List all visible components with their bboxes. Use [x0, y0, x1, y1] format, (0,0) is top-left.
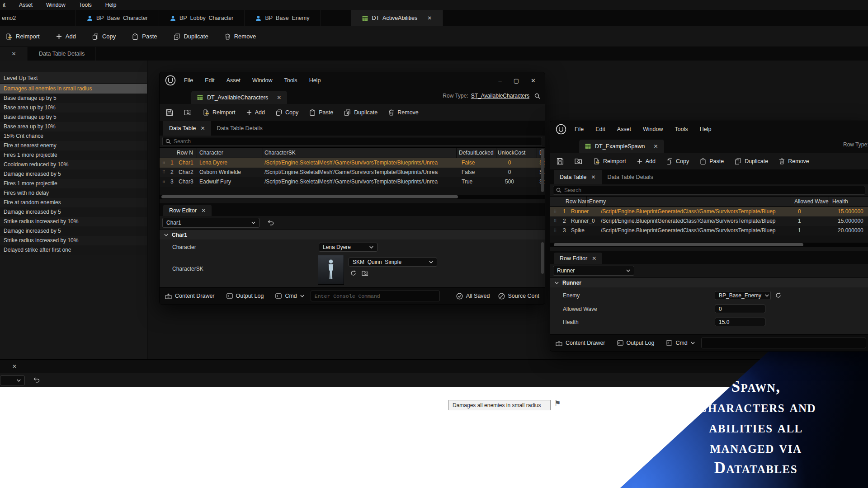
tab-bp-base-character[interactable]: BP_Base_Character [76, 10, 159, 26]
tab-data-table[interactable]: Data Table ✕ [163, 121, 211, 136]
reimport-button[interactable]: Reimport [593, 158, 626, 164]
minimize-icon[interactable]: – [499, 77, 502, 84]
tab-bp-lobby-character[interactable]: BP_Lobby_Character [159, 10, 245, 26]
content-drawer-button[interactable]: Content Drawer [556, 340, 605, 346]
table-row[interactable]: ⠿ 1 Char1 Lena Dyere /Script/Engine.Skel… [160, 158, 545, 168]
column-unlockcost[interactable]: UnlockCost [498, 150, 525, 156]
vertical-scrollbar[interactable] [541, 149, 544, 192]
flag-icon[interactable]: ⚑ [554, 399, 561, 408]
menu-item-file[interactable]: File [184, 77, 193, 84]
column-charactersk[interactable]: CharacterSK [264, 150, 296, 156]
tab-data-table-details[interactable]: Data Table Details [28, 47, 96, 61]
scrollbar-thumb[interactable] [161, 195, 458, 198]
list-item[interactable]: Fire at nearest enemy [0, 141, 147, 150]
column-header-level-up-text[interactable]: Level Up Text [0, 72, 147, 84]
console-command-input[interactable] [705, 340, 862, 346]
list-item[interactable]: Strike radius increased by 10% [0, 217, 147, 226]
tab-data-table[interactable]: Data Table ✕ [554, 170, 602, 184]
drag-handle-icon[interactable]: ⠿ [554, 228, 557, 233]
list-item[interactable]: 15% Crit chance [0, 131, 147, 141]
use-selected-asset-icon[interactable] [350, 270, 356, 276]
search-input[interactable] [564, 187, 862, 193]
list-item[interactable]: Damage increased by 5 [0, 226, 147, 236]
menu-item-help[interactable]: Help [105, 2, 117, 8]
browse-icon[interactable] [575, 158, 582, 164]
table-row[interactable]: ⠿ 2 Runner_0 /Script/Engine.BlueprintGen… [550, 216, 868, 226]
menu-item-edit[interactable]: Edit [205, 77, 215, 84]
tab-data-table-collapsed[interactable]: ✕ [0, 47, 28, 61]
horizontal-scrollbar[interactable] [550, 243, 868, 247]
column-row-name[interactable]: Row N [177, 150, 193, 156]
list-item[interactable]: Fires with no delay [0, 188, 147, 198]
column-allowed-wave[interactable]: Allowed Wave [794, 198, 829, 205]
console-command-box[interactable] [311, 291, 440, 301]
table-header[interactable]: Row N Character CharacterSK DefaultLocke… [160, 147, 545, 158]
add-button[interactable]: Add [246, 109, 265, 116]
close-icon[interactable]: ✕ [591, 174, 596, 180]
list-item[interactable]: Fire at random enemies [0, 198, 147, 207]
column-character[interactable]: Character [199, 150, 223, 156]
console-command-input[interactable] [315, 293, 436, 299]
list-item[interactable]: Damage increased by 5 [0, 169, 147, 179]
tab-demo2[interactable]: emo2 [0, 10, 76, 26]
list-item[interactable]: Strike radius increased by 10% [0, 236, 147, 245]
category-header[interactable]: Runner [550, 277, 868, 287]
close-icon[interactable]: ✕ [12, 364, 17, 369]
list-item[interactable]: Base area up by 10% [0, 103, 147, 113]
tab-data-table-details[interactable]: Data Table Details [602, 170, 659, 184]
search-box[interactable] [162, 137, 542, 146]
list-item[interactable]: Cooldown reduced by 10% [0, 160, 147, 169]
menu-item-asset[interactable]: Asset [19, 2, 33, 8]
close-icon[interactable]: ✕ [201, 126, 205, 131]
cmd-dropdown[interactable]: Cmd [666, 340, 694, 346]
remove-button[interactable]: Remove [779, 158, 809, 164]
list-item[interactable]: Base damage up by 5 [0, 94, 147, 103]
paste-button[interactable]: Paste [700, 158, 724, 164]
column-health[interactable]: Health [832, 198, 848, 205]
charactersk-dropdown[interactable]: SKM_Quinn_Simple [349, 258, 437, 267]
close-icon[interactable]: ✕ [201, 208, 206, 213]
menu-item-help[interactable]: Help [309, 77, 321, 84]
window-title-bar[interactable]: File Edit Asset Window Tools Help [550, 121, 868, 137]
list-item[interactable]: Base area up by 10% [0, 122, 147, 131]
row-select-dropdown[interactable] [0, 375, 25, 385]
console-command-box[interactable] [701, 338, 866, 348]
add-button[interactable]: Add [637, 158, 656, 164]
category-header[interactable]: Char1 [160, 230, 545, 239]
menu-item-tools[interactable]: Tools [284, 77, 297, 84]
close-icon[interactable]: ✕ [277, 95, 281, 100]
undo-icon[interactable] [268, 220, 274, 225]
tab-bp-base-enemy[interactable]: BP_Base_Enemy [245, 10, 321, 26]
search-icon[interactable] [534, 93, 540, 99]
browse-asset-icon[interactable] [362, 270, 368, 276]
drag-handle-icon[interactable]: ⠿ [554, 219, 557, 223]
drag-handle-icon[interactable]: ⠿ [162, 179, 165, 184]
scrollbar-thumb[interactable] [554, 243, 803, 246]
list-item[interactable]: Base damage up by 5 [0, 113, 147, 122]
tab-row-editor[interactable]: Row Editor ✕ [554, 253, 602, 264]
window-title-bar[interactable]: File Edit Asset Window Tools Help – ▢ ✕ [160, 72, 545, 89]
menu-item-window[interactable]: Window [46, 2, 66, 8]
enemy-dropdown[interactable]: BP_Base_Enemy [715, 291, 771, 300]
table-row[interactable]: ⠿ 3 Char3 Eadwulf Fury /Script/Engine.Sk… [160, 177, 545, 187]
close-icon[interactable]: ✕ [11, 51, 16, 56]
column-enemy[interactable]: Enemy [589, 198, 606, 205]
menu-item-window[interactable]: Window [252, 77, 272, 84]
menu-item-edit[interactable]: it [3, 2, 5, 8]
add-button[interactable]: Add [56, 33, 76, 40]
character-dropdown[interactable]: Lena Dyere [319, 243, 377, 252]
menu-item-asset[interactable]: Asset [226, 77, 241, 84]
close-icon[interactable]: ✕ [427, 15, 432, 21]
tab-dt-availablecharacters[interactable]: DT_AvailableCharacters ✕ [191, 91, 287, 104]
menu-item-file[interactable]: File [575, 126, 584, 132]
tab-row-editor[interactable]: Row Editor ✕ [163, 205, 212, 216]
use-selected-asset-icon[interactable] [775, 292, 781, 298]
all-saved-indicator[interactable]: All Saved [456, 293, 490, 300]
list-item[interactable]: Fires 1 more projectile [0, 150, 147, 160]
drag-handle-icon[interactable]: ⠿ [162, 160, 165, 165]
health-input[interactable]: 15.0 [715, 318, 765, 326]
search-box[interactable] [553, 186, 865, 195]
column-row-name[interactable]: Row Nam [566, 198, 590, 205]
reimport-button[interactable]: Reimport [5, 33, 40, 40]
search-input[interactable] [174, 138, 539, 145]
